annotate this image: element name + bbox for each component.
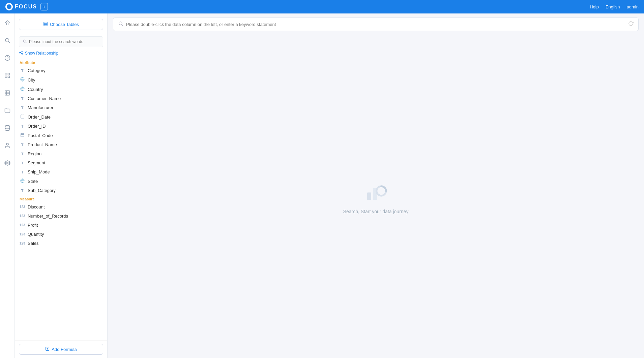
field-Manufacturer[interactable]: T Manufacturer: [15, 103, 107, 112]
refresh-icon[interactable]: [628, 21, 634, 28]
main-search-bar[interactable]: [113, 18, 639, 31]
text-type-icon: T: [20, 69, 25, 73]
field-Ship_Mode[interactable]: T Ship_Mode: [15, 167, 107, 176]
relationship-icon: [19, 51, 23, 56]
field-Segment[interactable]: T Segment: [15, 158, 107, 167]
svg-rect-30: [21, 115, 24, 118]
svg-point-0: [5, 38, 9, 42]
field-name: Number_of_Records: [28, 214, 68, 219]
topnav-left: FOCUS +: [5, 3, 48, 10]
show-relationship-toggle[interactable]: Show Relationship: [15, 49, 107, 59]
field-name: Product_Name: [28, 142, 57, 147]
settings-icon[interactable]: [2, 158, 13, 168]
svg-line-24: [21, 52, 22, 53]
svg-rect-15: [44, 22, 48, 26]
top-navigation: FOCUS + Help English admin: [0, 0, 644, 13]
field-name: Profit: [28, 223, 38, 228]
field-Region[interactable]: T Region: [15, 149, 107, 158]
add-formula-button[interactable]: Add Formula: [19, 344, 103, 355]
table-icon[interactable]: [2, 88, 13, 98]
field-name: Order_ID: [28, 124, 46, 129]
table-list-icon: [43, 22, 48, 27]
sidebar: Choose Tables Show Relationship Attribut…: [15, 13, 108, 358]
topnav-right: Help English admin: [590, 4, 639, 9]
field-Customer_Name[interactable]: T Customer_Name: [15, 94, 107, 103]
geo-type-icon: [20, 77, 25, 83]
sidebar-search[interactable]: [19, 36, 103, 47]
svg-rect-6: [5, 76, 7, 78]
field-Product_Name[interactable]: T Product_Name: [15, 140, 107, 149]
svg-point-12: [5, 126, 10, 127]
measure-section-label: Measure: [15, 195, 107, 202]
sidebar-bottom: Add Formula: [15, 340, 107, 358]
field-name: Segment: [28, 160, 45, 165]
language-selector[interactable]: English: [606, 4, 620, 9]
user-icon[interactable]: [2, 140, 13, 151]
main-search-icon: [118, 21, 123, 28]
text-type-icon: T: [20, 106, 25, 110]
help-icon[interactable]: [2, 53, 13, 63]
empty-state-text: Search, Start your data journey: [343, 209, 409, 214]
data-source-icon[interactable]: [2, 123, 13, 133]
field-name: Sub_Category: [28, 188, 56, 193]
search-bar-area: [108, 13, 644, 35]
logo-icon: [5, 3, 13, 10]
empty-chart-icon: [364, 179, 388, 204]
svg-rect-34: [21, 133, 24, 137]
date-type-icon: [20, 114, 25, 120]
svg-point-21: [20, 52, 21, 53]
main-layout: Choose Tables Show Relationship Attribut…: [0, 13, 644, 358]
empty-state: Search, Start your data journey: [108, 35, 644, 358]
logo-text: FOCUS: [15, 4, 37, 10]
field-City[interactable]: City: [15, 75, 107, 85]
text-type-icon: T: [20, 143, 25, 147]
folder-icon[interactable]: [2, 105, 13, 116]
field-Country[interactable]: Country: [15, 85, 107, 94]
field-Category[interactable]: T Category: [15, 66, 107, 75]
field-name: Discount: [28, 204, 45, 209]
num-type-icon: 123: [20, 223, 25, 227]
num-type-icon: 123: [20, 205, 25, 209]
field-Number_of_Records[interactable]: 123 Number_of_Records: [15, 211, 107, 221]
field-State[interactable]: State: [15, 176, 107, 186]
dashboard-icon[interactable]: [2, 70, 13, 81]
svg-rect-45: [367, 192, 371, 200]
text-type-icon: T: [20, 170, 25, 174]
user-menu[interactable]: admin: [627, 4, 639, 9]
svg-rect-4: [5, 73, 7, 75]
svg-point-23: [22, 53, 23, 54]
field-name: Quantity: [28, 232, 44, 237]
text-type-icon: T: [20, 152, 25, 156]
field-Quantity[interactable]: 123 Quantity: [15, 230, 107, 239]
field-Sub_Category[interactable]: T Sub_Category: [15, 186, 107, 195]
geo-type-icon: [20, 87, 25, 92]
field-name: Region: [28, 151, 41, 156]
new-tab-button[interactable]: +: [40, 3, 48, 10]
add-formula-icon: [45, 347, 50, 352]
field-name: Sales: [28, 241, 39, 246]
field-Order_ID[interactable]: T Order_ID: [15, 122, 107, 131]
field-Profit[interactable]: 123 Profit: [15, 221, 107, 230]
home-icon[interactable]: [2, 18, 13, 28]
num-type-icon: 123: [20, 214, 25, 218]
geo-type-icon: [20, 178, 25, 184]
field-name: Order_Date: [28, 115, 51, 120]
field-Postal_Code[interactable]: Postal_Code: [15, 131, 107, 140]
num-type-icon: 123: [20, 232, 25, 236]
date-type-icon: [20, 133, 25, 138]
help-link[interactable]: Help: [590, 4, 599, 9]
field-Sales[interactable]: 123 Sales: [15, 239, 107, 248]
sidebar-search-icon: [23, 39, 27, 45]
field-Discount[interactable]: 123 Discount: [15, 202, 107, 211]
search-icon[interactable]: [2, 35, 13, 46]
svg-point-13: [6, 143, 8, 145]
field-name: Category: [28, 68, 46, 73]
choose-tables-button[interactable]: Choose Tables: [19, 19, 103, 30]
text-type-icon: T: [20, 97, 25, 101]
field-name: State: [28, 179, 38, 184]
main-content: Search, Start your data journey: [108, 13, 644, 358]
field-Order_Date[interactable]: Order_Date: [15, 112, 107, 122]
main-search-input[interactable]: [126, 22, 625, 27]
sidebar-search-input[interactable]: [29, 39, 99, 44]
field-name: Ship_Mode: [28, 169, 50, 174]
